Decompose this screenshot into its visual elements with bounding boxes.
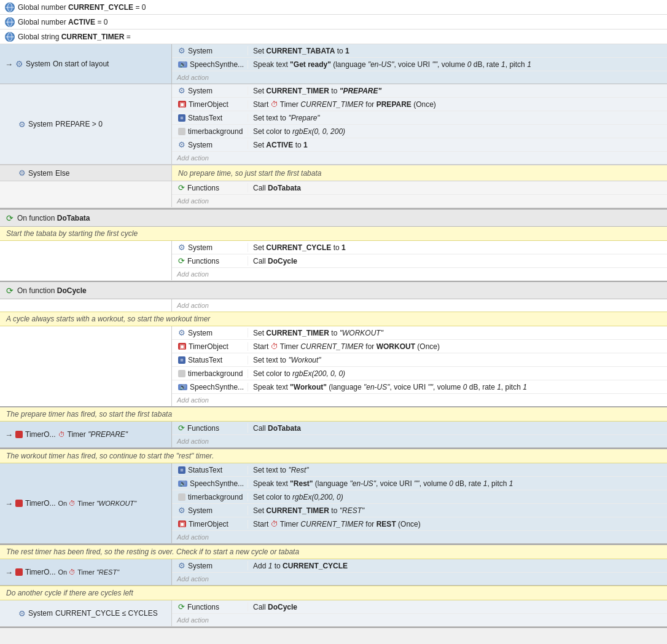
else-trigger-cell[interactable]: ⚙ System Else bbox=[0, 165, 172, 181]
status-icon: ≡ bbox=[178, 114, 185, 122]
cycle-condition-row: ⚙ System CURRENT_CYCLE ≤ CYCLES ⟳ Functi… bbox=[0, 600, 667, 627]
functions-loop-icon: ⟳ bbox=[6, 213, 14, 223]
timer-workout-trigger[interactable]: → TimerO... On ⏱ Timer "WORKOUT" bbox=[0, 463, 172, 543]
timer-prepare-trigger[interactable]: → TimerO... ⏱ Timer "PREPARE" bbox=[0, 422, 172, 447]
docycle-action-5: 🔊 SpeechSynthe... Speak text "Workout" (… bbox=[172, 380, 667, 394]
docycle-action-1: ⚙ System Set CURRENT_TIMER to "WORKOUT" bbox=[172, 326, 667, 340]
clock-icon-2: ⏱ bbox=[58, 431, 65, 438]
add-action-workout[interactable]: Add action bbox=[172, 531, 667, 543]
trigger-row-main: → ⚙ System On start of layout ⚙ System S… bbox=[0, 44, 667, 84]
dotabata-action-1: ⚙ System Set CURRENT_CYCLE to 1 bbox=[172, 241, 667, 254]
prepare-obj-system2: ⚙ System bbox=[174, 140, 248, 149]
arrow-right-icon-2: → bbox=[5, 430, 13, 439]
bg-icon bbox=[178, 128, 185, 135]
condition-row-prepare: ⚙ System PREPARE > 0 ⚙ System Set CURREN… bbox=[0, 84, 667, 165]
cycle-condition-trigger[interactable]: ⚙ System CURRENT_CYCLE ≤ CYCLES bbox=[0, 600, 172, 626]
rest-action-1: ⚙ System Add 1 to CURRENT_CYCLE bbox=[172, 559, 667, 573]
event-dotabata: ⟳ On function DoTabata Start the tabata … bbox=[0, 210, 667, 282]
functions-loop-icon-2: ⟳ bbox=[6, 286, 14, 296]
speech-desc: Speak text "Get ready" (language "en-US"… bbox=[248, 60, 536, 69]
docycle-top-actions: Add action bbox=[0, 299, 667, 312]
dotabata-comment: Start the tabata by starting the first c… bbox=[0, 227, 667, 241]
workout-obj-system: ⚙ System bbox=[174, 506, 248, 515]
cycle-obj-functions: ⟳ Functions bbox=[174, 602, 248, 611]
trigger-cell-layout[interactable]: → ⚙ System On start of layout bbox=[0, 44, 172, 84]
prepare-obj-status: ≡ StatusText bbox=[174, 114, 248, 122]
trigger-cond-layout: On start of layout bbox=[53, 60, 109, 68]
rest-obj-system: ⚙ System bbox=[174, 561, 248, 570]
docycle-obj-status: ≡ StatusText bbox=[174, 356, 248, 364]
docycle-sub-comment: A cycle always starts with a workout, so… bbox=[0, 312, 667, 326]
condition-prepare: ⚙ System PREPARE > 0 ⚙ System Set CURREN… bbox=[0, 84, 667, 165]
on-function-docycle-row[interactable]: ⟳ On function DoCycle bbox=[0, 282, 667, 299]
prepare-action-2: ▣ TimerObject Start ⏱ Timer CURRENT_TIME… bbox=[172, 98, 667, 111]
globe-icon-2 bbox=[5, 17, 15, 27]
add-action-rest[interactable]: Add action bbox=[172, 573, 667, 585]
prepare-obj-timer: ▣ TimerObject bbox=[174, 100, 248, 109]
workout-obj-bg: timerbackground bbox=[174, 493, 248, 501]
event-layout-start: → ⚙ System On start of layout ⚙ System S… bbox=[0, 44, 667, 210]
timer-rest-comment: The rest timer has been fired, so the re… bbox=[0, 545, 667, 559]
dotabata-left bbox=[0, 241, 172, 280]
add-action-else[interactable]: Add action bbox=[172, 195, 667, 207]
prepare-actions-col: ⚙ System Set CURRENT_TIMER to "PREPARE" … bbox=[172, 84, 667, 164]
timer-workout-row: → TimerO... On ⏱ Timer "WORKOUT" ≡ Statu… bbox=[0, 463, 667, 544]
globe-icon-3 bbox=[5, 32, 15, 42]
timer-rest-actions-col: ⚙ System Add 1 to CURRENT_CYCLE Add acti… bbox=[172, 559, 667, 585]
workout-action-3: timerbackground Set color to rgbEx(0,200… bbox=[172, 490, 667, 504]
add-action-prepare[interactable]: Add action bbox=[172, 152, 667, 164]
global-row-active: Global number ACTIVE = 0 bbox=[0, 15, 667, 29]
on-function-dotabata-row[interactable]: ⟳ On function DoTabata bbox=[0, 210, 667, 227]
global-row-cycle: Global number CURRENT_CYCLE = 0 bbox=[0, 0, 667, 15]
workout-action-1: ≡ StatusText Set text to "Rest" bbox=[172, 463, 667, 477]
global-type-3: Global string CURRENT_TIMER = bbox=[18, 33, 131, 41]
cond-prepare-label: PREPARE > 0 bbox=[55, 120, 103, 128]
docycle-action-4: timerbackground Set color to rgbEx(200, … bbox=[172, 367, 667, 380]
trigger-actions-col: ⚙ System Set CURRENT_TABATA to 1 🔊 Speec… bbox=[172, 44, 667, 84]
prepare-action-4: timerbackground Set color to rgbEx(0, 0,… bbox=[172, 125, 667, 138]
event-sheet: Global number CURRENT_CYCLE = 0 Global n… bbox=[0, 0, 667, 628]
timer-rest-row: → TimerO... On ⏱ Timer "REST" ⚙ System A… bbox=[0, 559, 667, 586]
add-action-timer-prepare[interactable]: Add action bbox=[172, 435, 667, 447]
on-function-label-2: On function DoCycle bbox=[17, 286, 87, 295]
add-action-cycles[interactable]: Add action bbox=[172, 614, 667, 626]
timer-prepare-row: → TimerO... ⏱ Timer "PREPARE" ⟳ Function… bbox=[0, 422, 667, 448]
arrow-right-icon: → bbox=[5, 60, 13, 69]
workout-action-4: ⚙ System Set CURRENT_TIMER to "REST" bbox=[172, 504, 667, 517]
speech-icon: 🔊 bbox=[178, 61, 187, 68]
dotabata-actions: ⚙ System Set CURRENT_CYCLE to 1 ⟳ Functi… bbox=[0, 241, 667, 281]
else-row: ⚙ System Else No prepare time, so just s… bbox=[0, 165, 667, 181]
add-action-dotabata[interactable]: Add action bbox=[172, 268, 667, 280]
else-action-1: ⟳ Functions Call DoTabata bbox=[172, 181, 667, 195]
add-action-docycle[interactable]: Add action bbox=[172, 394, 667, 406]
workout-action-5: ▣ TimerObject Start ⏱ Timer CURRENT_TIME… bbox=[172, 517, 667, 531]
cycle-action-1: ⟳ Functions Call DoCycle bbox=[172, 600, 667, 614]
timer-icon: ▣ bbox=[178, 101, 186, 108]
else-comment: No prepare time, so just start the first… bbox=[172, 165, 667, 181]
sub-condition-cycles: Do another cycle if there are cycles lef… bbox=[0, 586, 667, 627]
cycle-comment: Do another cycle if there are cycles lef… bbox=[0, 586, 667, 600]
event-timer-rest: The rest timer has been fired, so the re… bbox=[0, 545, 667, 628]
workout-obj-speech: 🔊 SpeechSynthe... bbox=[174, 479, 248, 488]
globe-icon bbox=[5, 2, 15, 12]
timer-obj-icon-3 bbox=[15, 568, 23, 576]
condition-trigger-prepare[interactable]: ⚙ System PREPARE > 0 bbox=[0, 84, 172, 164]
else-block: ⚙ System Else No prepare time, so just s… bbox=[0, 165, 667, 208]
gear-icon-system: ⚙ bbox=[15, 59, 23, 69]
add-action-link[interactable]: Add action bbox=[172, 71, 667, 84]
docycle-obj-bg: timerbackground bbox=[174, 369, 248, 378]
functions-icon: ⟳ bbox=[178, 183, 185, 192]
on-function-label-1: On function DoTabata bbox=[17, 214, 90, 222]
timer-prepare-obj-functions: ⟳ Functions bbox=[174, 423, 248, 433]
timer-rest-trigger[interactable]: → TimerO... On ⏱ Timer "REST" bbox=[0, 559, 172, 585]
cond-obj-label: System bbox=[28, 120, 53, 128]
timer-prepare-actions-col: ⟳ Functions Call DoTabata Add action bbox=[172, 422, 667, 447]
action-row: ⚙ System Set CURRENT_TABATA to 1 bbox=[172, 44, 667, 58]
add-action-docycle-top[interactable]: Add action bbox=[172, 299, 667, 312]
speech-label: SpeechSynthe... bbox=[190, 60, 244, 69]
event-docycle: ⟳ On function DoCycle Add action A cycle… bbox=[0, 282, 667, 407]
action-obj-system: ⚙ System bbox=[174, 46, 248, 55]
action-obj-speech: 🔊 SpeechSynthe... bbox=[174, 60, 248, 69]
timer-obj-icon-2 bbox=[15, 500, 23, 507]
docycle-obj-system: ⚙ System bbox=[174, 328, 248, 337]
